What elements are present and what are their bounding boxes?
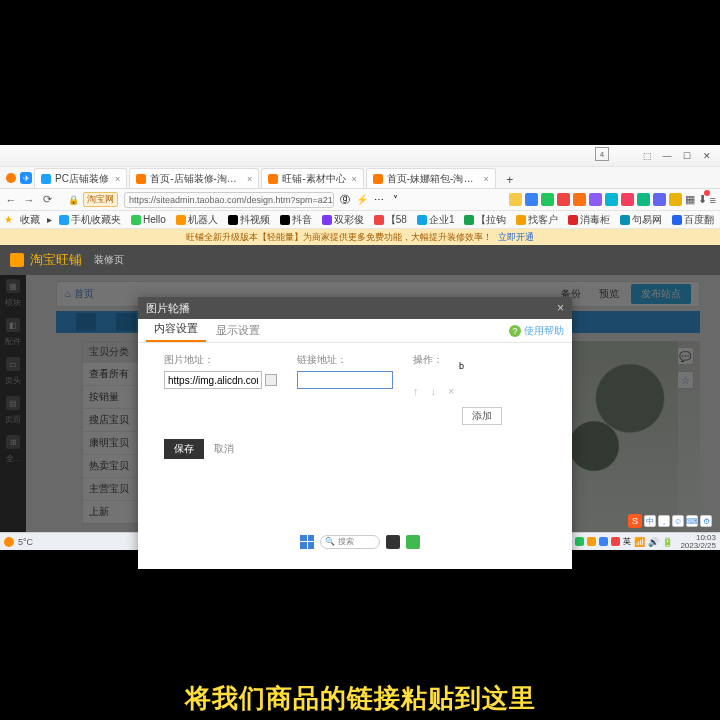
new-tab-button[interactable]: + <box>502 172 518 188</box>
tray-icon[interactable] <box>587 537 596 546</box>
window-close[interactable]: ✕ <box>698 148 716 164</box>
ext-icon[interactable] <box>589 193 602 206</box>
bookmark-item[interactable]: 【拉钩 <box>461 213 509 227</box>
tab-content-settings[interactable]: 内容设置 <box>146 317 206 342</box>
bookmark-item[interactable]: 抖视频 <box>225 213 273 227</box>
nav-forward[interactable]: → <box>22 194 36 206</box>
site-chip: 淘宝网 <box>83 192 118 207</box>
notice-link[interactable]: 立即开通 <box>498 231 534 244</box>
ext-icon[interactable] <box>669 193 682 206</box>
weather-text: 5°C <box>18 537 33 547</box>
window-minimize[interactable]: — <box>658 148 676 164</box>
menu-icon[interactable]: ≡ <box>710 194 716 206</box>
tab-display-settings[interactable]: 显示设置 <box>208 319 268 342</box>
ext-icon[interactable] <box>637 193 650 206</box>
help-link[interactable]: ?使用帮助 <box>509 324 564 342</box>
extensions-area: ▦ ⬇ ≡ <box>509 193 716 206</box>
tray-ime-icon[interactable]: 英 <box>623 536 631 547</box>
tab-close[interactable]: × <box>484 174 489 184</box>
url-input[interactable]: https://siteadmin.taobao.com/design.htm?… <box>124 192 334 208</box>
ime-cn-icon[interactable]: 中 <box>644 515 656 527</box>
bookmark-item[interactable]: Hello <box>128 214 169 225</box>
chevron-down-icon[interactable]: ˅ <box>389 193 402 206</box>
ext-icon[interactable] <box>541 193 554 206</box>
save-button[interactable]: 保存 <box>164 439 204 459</box>
bookmark-item[interactable]: 双彩俊 <box>319 213 367 227</box>
image-url-input[interactable] <box>164 371 262 389</box>
link-url-input[interactable] <box>297 371 393 389</box>
apps-icon[interactable]: ▦ <box>685 193 695 206</box>
help-icon: ? <box>509 325 521 337</box>
bookmark-item[interactable]: 机器人 <box>173 213 221 227</box>
window-maximize[interactable]: ☐ <box>678 148 696 164</box>
download-icon[interactable]: ⬇ <box>698 193 707 206</box>
tab-shop-design[interactable]: 首页-店铺装修-淘宝网× <box>129 168 259 188</box>
tray-battery-icon[interactable]: 🔋 <box>662 537 673 547</box>
tray-icon[interactable] <box>575 537 584 546</box>
ime-toolbar[interactable]: S 中 ， ☺ ⌨ ⚙ <box>628 514 712 528</box>
image-picker-icon[interactable] <box>265 374 277 386</box>
favicon-icon <box>41 174 51 184</box>
task-explorer-icon[interactable] <box>386 535 400 549</box>
notice-text: 旺铺全新升级版本【轻能量】为商家提供更多免费功能，大幅提升装修效率！ <box>186 231 492 244</box>
tab-close[interactable]: × <box>247 174 252 184</box>
taskbar-clock[interactable]: 10:032023/2/25 <box>680 534 716 550</box>
ext-icon[interactable] <box>573 193 586 206</box>
tray-wifi-icon[interactable]: 📶 <box>634 537 645 547</box>
tab-label: 首页-妹娜箱包-淘宝网 <box>387 172 478 186</box>
taskbar-search[interactable]: 🔍 搜索 <box>320 535 380 549</box>
ext-icon[interactable] <box>557 193 570 206</box>
telegram-icon[interactable]: ✈ <box>20 172 32 184</box>
tab-material-center[interactable]: 旺铺-素材中心× <box>261 168 364 188</box>
ime-set-icon[interactable]: ⚙ <box>700 515 712 527</box>
bookmark-item[interactable]: 句易网 <box>617 213 665 227</box>
video-subtitle: 将我们商品的链接粘贴到这里 <box>0 681 720 716</box>
ext-icon[interactable] <box>525 193 538 206</box>
task-app-icon[interactable] <box>406 535 420 549</box>
bookmark-item[interactable]: 消毒柜 <box>565 213 613 227</box>
bookmark-item[interactable]: 找客户 <box>513 213 561 227</box>
ext-icon[interactable] <box>605 193 618 206</box>
window-app1-icon[interactable]: ⬚ <box>638 148 656 164</box>
bookmark-item[interactable]: 【58 <box>371 213 410 227</box>
tab-shop-home[interactable]: 首页-妹娜箱包-淘宝网× <box>366 168 496 188</box>
ext-icon[interactable] <box>621 193 634 206</box>
bookmark-item[interactable]: 抖音 <box>277 213 315 227</box>
ime-kbd-icon[interactable]: ⌨ <box>686 515 698 527</box>
ime-emoji-icon[interactable]: ☺ <box>672 515 684 527</box>
ext-icon[interactable] <box>653 193 666 206</box>
star-icon[interactable]: ★ <box>4 214 13 225</box>
ime-punct-icon[interactable]: ， <box>658 515 670 527</box>
nav-back[interactable]: ← <box>4 194 18 206</box>
tab-label: 首页-店铺装修-淘宝网 <box>150 172 241 186</box>
notification-badge: 4 <box>595 147 609 161</box>
bookmark-item[interactable]: 百度翻 <box>669 213 717 227</box>
tray-volume-icon[interactable]: 🔊 <box>648 537 659 547</box>
bookmark-item[interactable]: 企业1 <box>414 213 458 227</box>
bookmark-item[interactable]: 收藏 <box>17 213 43 227</box>
move-up-icon[interactable]: ↑ <box>413 385 419 397</box>
nav-reload[interactable]: ⟳ <box>40 193 54 206</box>
weather-icon[interactable] <box>4 537 14 547</box>
flash-icon[interactable]: ⚡ <box>355 193 368 206</box>
link-url-label: 链接地址： <box>297 353 393 367</box>
more-icon[interactable]: ⋯ <box>372 193 385 206</box>
tab-close[interactable]: × <box>115 174 120 184</box>
add-button[interactable]: 添加 <box>462 407 502 425</box>
delete-icon[interactable]: × <box>448 385 454 397</box>
tray-icon[interactable] <box>611 537 620 546</box>
cancel-button[interactable]: 取消 <box>214 442 234 456</box>
favicon-icon <box>373 174 383 184</box>
tab-pc-decorate[interactable]: PC店铺装修× <box>34 168 127 188</box>
move-down-icon[interactable]: ↓ <box>431 385 437 397</box>
tray-icon[interactable] <box>599 537 608 546</box>
start-button[interactable] <box>300 535 314 549</box>
brandbar-item[interactable]: 装修页 <box>94 253 124 267</box>
bookmark-item[interactable]: 手机收藏夹 <box>56 213 124 227</box>
ext-icon[interactable] <box>509 193 522 206</box>
sogou-icon[interactable]: S <box>628 514 642 528</box>
modal-close-icon[interactable]: × <box>557 301 564 315</box>
tab-close[interactable]: × <box>352 174 357 184</box>
brand-name: 淘宝旺铺 <box>30 251 82 269</box>
translate-icon[interactable]: ⓖ <box>338 193 351 206</box>
